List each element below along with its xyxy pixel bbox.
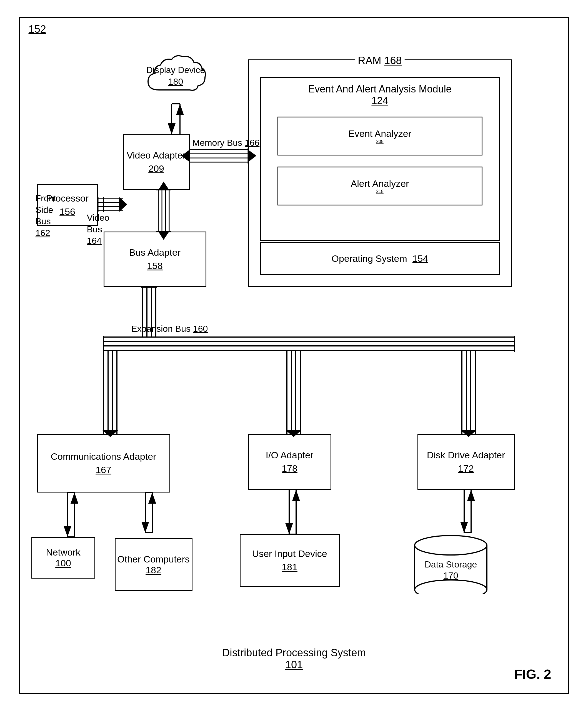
video-adapter-label: Video Adapter [127, 149, 186, 162]
ram-ref: 168 [384, 55, 402, 66]
other-computers-label: Other Computers [117, 554, 190, 565]
distributed-ref: 101 [285, 659, 303, 671]
eb-ref: 160 [193, 324, 208, 334]
display-device-label: Display Device [146, 65, 205, 75]
memory-bus-label: Memory Bus 166 [192, 137, 260, 149]
bus-adapter-box: Bus Adapter 158 [104, 232, 206, 287]
distributed-text: Distributed Processing System [222, 647, 366, 659]
disk-adapter-label: Disk Drive Adapter [427, 449, 505, 462]
eaam-box: Event And Alert Analysis Module 124 Even… [260, 77, 500, 241]
mb-ref: 166 [245, 138, 259, 148]
distributed-label: Distributed Processing System 101 [222, 647, 366, 671]
data-storage-wrapper: Data Storage 170 [409, 533, 492, 594]
eaam-text: Event And Alert Analysis Module [308, 83, 451, 95]
svg-text:170: 170 [443, 570, 458, 581]
network-ref: 100 [55, 558, 71, 569]
display-device-ref: 180 [168, 77, 183, 87]
ram-box: RAM 168 Event And Alert Analysis Module … [248, 59, 512, 287]
other-computers-wrapper: Other Computers 182 [109, 533, 192, 591]
processor-ref: 156 [59, 205, 75, 218]
network-box: Network 100 [31, 537, 95, 579]
os-box: Operating System 154 [260, 242, 500, 275]
alert-analyzer-box: Alert Analyzer 218 [277, 167, 482, 205]
computer-ref: 152 [28, 23, 46, 35]
display-device-text: Display Device 180 [146, 64, 205, 87]
event-analyzer-ref: 208 [376, 139, 383, 144]
display-device: Display Device 180 [143, 51, 209, 101]
io-adapter-ref: 178 [282, 462, 297, 475]
fsb-ref: 162 [36, 228, 50, 238]
io-adapter-box: I/O Adapter 178 [248, 434, 331, 490]
bus-adapter-label: Bus Adapter [129, 246, 181, 259]
disk-adapter-ref: 172 [458, 462, 474, 475]
other-computers-ref: 182 [146, 565, 161, 576]
io-adapter-label: I/O Adapter [266, 449, 314, 462]
eaam-ref: 124 [371, 95, 388, 106]
disk-adapter-box: Disk Drive Adapter 172 [418, 434, 515, 490]
bus-adapter-ref: 158 [147, 259, 163, 273]
alert-analyzer-ref: 218 [376, 189, 383, 194]
event-analyzer-box: Event Analyzer 208 [277, 116, 482, 155]
front-side-bus-label: FrontSideBus162 [36, 193, 56, 239]
uid-label: User Input Device [252, 547, 327, 561]
ram-label: RAM 168 [355, 55, 404, 67]
uid-ref: 181 [282, 561, 297, 574]
os-ref: 154 [413, 253, 428, 264]
comm-adapter-box: Communications Adapter 167 [37, 434, 170, 493]
fig-label: FIG. 2 [514, 667, 551, 682]
computer-label: 152 [28, 23, 46, 35]
comm-adapter-ref: 167 [96, 463, 111, 477]
svg-marker-32 [119, 197, 127, 212]
data-storage-svg: Data Storage 170 [409, 533, 492, 594]
comm-adapter-label: Communications Adapter [51, 450, 156, 463]
os-label: Operating System [332, 253, 407, 264]
ram-text: RAM [358, 55, 381, 66]
video-adapter-ref: 209 [148, 162, 164, 175]
expansion-bus-label: Expansion Bus 160 [131, 323, 208, 335]
event-analyzer-label: Event Analyzer [348, 128, 411, 139]
eaam-label: Event And Alert Analysis Module 124 [261, 83, 499, 107]
network-label: Network [46, 547, 81, 558]
diagram-border: 152 [19, 17, 569, 694]
video-adapter-box: Video Adapter 209 [123, 134, 190, 190]
svg-point-80 [415, 536, 487, 555]
video-bus-label: VideoBus164 [87, 212, 109, 247]
svg-point-81 [415, 580, 487, 594]
alert-analyzer-label: Alert Analyzer [351, 178, 409, 189]
page: 152 [0, 0, 588, 716]
vb-ref: 164 [87, 236, 102, 246]
svg-text:Data Storage: Data Storage [424, 559, 477, 569]
uid-box: User Input Device 181 [240, 534, 340, 587]
